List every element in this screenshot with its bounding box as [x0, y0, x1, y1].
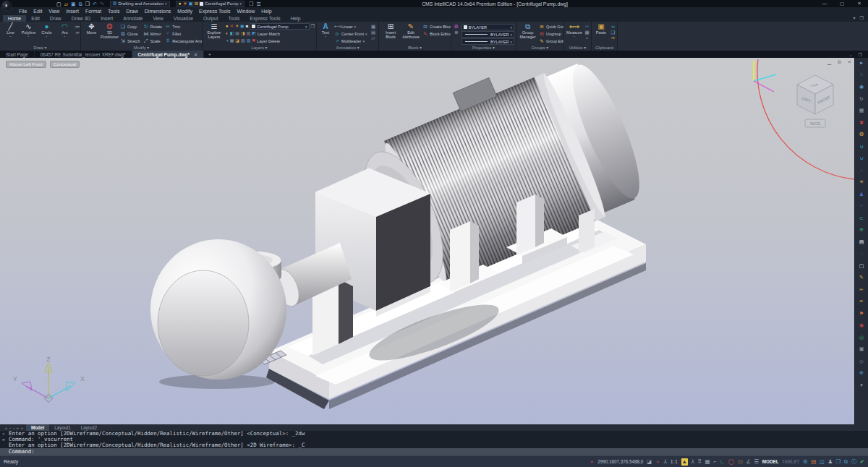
panel-label-layers[interactable]: Layers ▾	[203, 45, 316, 51]
menu-item[interactable]: Format	[85, 9, 101, 14]
toolbar-icon[interactable]: ✏	[859, 287, 864, 293]
toolbar-icon[interactable]: ✖	[859, 120, 864, 126]
layer-tool-icon[interactable]: ◩	[252, 31, 256, 36]
layer-quick-dropdown[interactable]: ●☀▣⊠ Centrifugal Pump ▾	[176, 1, 244, 7]
layer-tool-icon[interactable]: ▦	[230, 38, 234, 43]
group-tool-button[interactable]: ⊟ Ungroup	[539, 30, 563, 37]
maximize-button[interactable]: ▢	[833, 0, 851, 7]
ribbon-tab[interactable]: Edit	[26, 15, 45, 22]
menu-item[interactable]: Modify	[177, 9, 192, 14]
status-toggle-icon[interactable]: ⠿	[698, 458, 702, 466]
status-toggle-icon[interactable]: ☰	[754, 458, 760, 466]
viewport-control-button[interactable]: Conceptual	[50, 61, 80, 68]
toolbar-icon[interactable]: ▦	[859, 108, 864, 113]
panel-label-clipboard[interactable]: Clipboard	[592, 45, 617, 51]
ribbon-tab[interactable]: Tools	[223, 15, 244, 22]
panel-label-annotation[interactable]: Annotation ▾	[317, 45, 378, 51]
qat-icon[interactable]: ❒	[85, 1, 90, 7]
annotation-mini-icon[interactable]: ▦	[371, 24, 375, 29]
titlebar-icon[interactable]: ❒	[249, 1, 253, 7]
tab-list-chevron-icon[interactable]: ⌄	[849, 52, 853, 57]
toolbar-icon[interactable]: ▸	[860, 60, 863, 66]
layer-state-icon[interactable]: ⊠	[195, 1, 198, 7]
paste-button[interactable]: ▣ Paste	[593, 22, 609, 45]
utilities-mini-icon[interactable]: ▪	[586, 35, 587, 40]
menu-item[interactable]: View	[48, 9, 59, 14]
color-dropdown[interactable]: BYLAYER ▾	[461, 24, 514, 30]
panel-label-draw[interactable]: Draw ▾	[0, 45, 80, 51]
block-small-button[interactable]: ⊡ Create Block	[422, 23, 451, 30]
status-toggle-icon[interactable]: ∟	[720, 458, 725, 466]
status-toggle-icon[interactable]: ＋	[655, 458, 660, 466]
command-window[interactable]: ✕▬ Enter an option [2DWireframe/Conceptu…	[0, 431, 868, 448]
layout-nav-icon[interactable]: ‹	[9, 426, 11, 430]
close-button[interactable]: ✕	[851, 0, 868, 7]
command-input[interactable]: Command:	[0, 448, 868, 455]
viewport-window-control-icon[interactable]: ▁	[827, 59, 831, 65]
layer-tool-icon[interactable]: ◧	[230, 31, 234, 36]
layer-tool-icon[interactable]: ▨	[247, 38, 251, 43]
status-utility-icon[interactable]: ⚙	[803, 458, 808, 466]
modify-small-button[interactable]: ⧉ Clone	[120, 30, 140, 38]
modify-small-button[interactable]: ❏ Copy	[120, 23, 140, 30]
toolbar-icon[interactable]: ⊂	[859, 215, 864, 221]
status-toggle-icon[interactable]: ⅄	[663, 458, 667, 466]
qat-icon[interactable]: ▱	[64, 1, 68, 7]
status-utility-icon[interactable]: ⧉	[844, 458, 848, 466]
toolbar-icon[interactable]: ⚑	[859, 311, 864, 317]
layer-tool-icon[interactable]: ✖	[252, 38, 255, 43]
draw-mini-icon[interactable]: ▭	[75, 24, 80, 29]
toolbar-icon[interactable]: ▣	[859, 346, 864, 352]
status-toggle-icon[interactable]: ◯	[728, 458, 734, 466]
toolbar-icon[interactable]: ♟	[859, 192, 864, 197]
titlebar-icon[interactable]: ☰	[256, 1, 260, 7]
layout-nav-icon[interactable]: »	[17, 426, 19, 430]
modify-small-button[interactable]: ◜ Fillet	[165, 30, 202, 38]
pump-volute[interactable]	[150, 239, 286, 380]
doc-tab-start-page[interactable]: Start Page	[0, 51, 35, 58]
modify-small-button[interactable]: ⇲ Stretch	[120, 38, 140, 45]
group-tool-button[interactable]: ⊞ Quick Group	[539, 23, 563, 30]
menu-item[interactable]: Tools	[108, 9, 119, 14]
draw-tool-button[interactable]: ╱ Line ⌄	[1, 22, 20, 45]
model-space-toggle[interactable]: MODEL	[762, 459, 779, 464]
viewport-window-control-icon[interactable]: ⧉	[838, 59, 841, 65]
status-utility-icon[interactable]: ✔	[860, 458, 864, 466]
menu-item[interactable]: File	[19, 9, 27, 14]
status-toggle-icon[interactable]: ◪	[647, 458, 652, 466]
menu-item[interactable]: Edit	[33, 9, 42, 14]
drawing-viewport[interactable]: TOP LEFT FRONT WCS Z Y X Above Left Fron…	[0, 58, 854, 424]
command-gutter-icon[interactable]: ✕	[2, 432, 4, 436]
toolbar-icon[interactable]: ▾	[860, 382, 863, 388]
panel-label-block[interactable]: Block ▾	[379, 45, 451, 51]
panel-label-properties[interactable]: Properties ▾	[451, 45, 516, 51]
ribbon-tab[interactable]: Draw	[45, 15, 67, 22]
layer-tool-icon[interactable]: ◑	[226, 38, 229, 43]
toolbar-icon[interactable]: ⁘	[859, 203, 864, 209]
menu-item[interactable]: Help	[261, 9, 271, 14]
toolbar-icon[interactable]: ◎	[859, 335, 864, 340]
status-utility-icon[interactable]: ♟	[827, 458, 833, 466]
new-tab-button[interactable]: +	[204, 51, 216, 58]
status-toggle-icon[interactable]: ▦	[705, 458, 710, 466]
draw-tool-button[interactable]: ◠ Arc ⌄	[56, 22, 74, 45]
status-toggle-icon[interactable]: ⌐	[713, 458, 716, 466]
layer-tool-icon[interactable]: ◐	[226, 31, 229, 36]
draw-mini-icon[interactable]: ▱	[76, 30, 80, 35]
qat-icon[interactable]: ↷	[100, 1, 104, 7]
modify-small-button[interactable]: ↻ Rotate	[143, 23, 162, 30]
viewport-control-button[interactable]: Above Left Front	[6, 61, 46, 68]
toolbar-icon[interactable]: ▤	[859, 239, 864, 245]
coordinates-readout[interactable]: 2990.1607,376.5488,0	[597, 459, 643, 464]
viewcube[interactable]: TOP LEFT FRONT WCS	[797, 75, 833, 127]
toolbar-icon[interactable]: ◉	[859, 322, 864, 328]
viewport-window-control-icon[interactable]: ✕	[848, 59, 851, 65]
explore-layers-button[interactable]: ☰ Explore Layers	[204, 22, 224, 45]
linetype-dropdown[interactable]: BYLAYER ▾	[461, 31, 514, 38]
annotation-mini-icon[interactable]: ▤	[371, 30, 375, 35]
qat-icon[interactable]: ⧉	[79, 1, 82, 7]
block-small-button[interactable]: ✎ Block Editor	[422, 30, 451, 37]
command-gutter-icon[interactable]: ▬	[2, 437, 4, 442]
ribbon-tab[interactable]: Visualize	[169, 15, 198, 22]
toolbar-icon[interactable]: ◉	[859, 84, 864, 90]
